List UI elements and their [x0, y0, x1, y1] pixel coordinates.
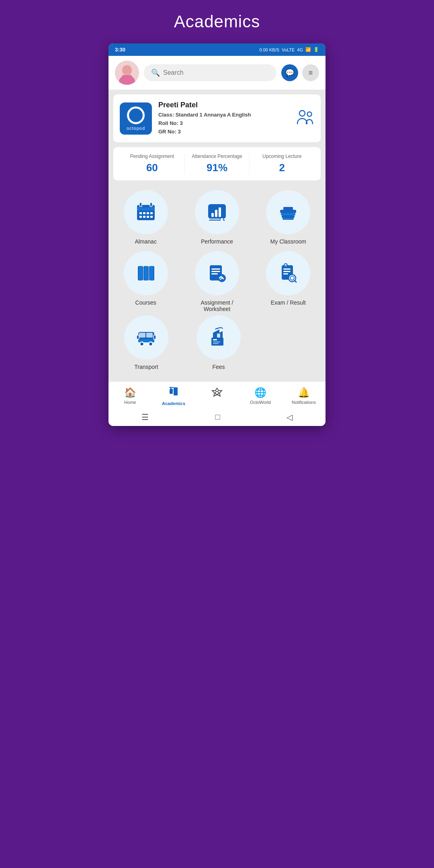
- academics-icon: [168, 386, 179, 399]
- svg-text:+: +: [216, 392, 218, 396]
- svg-rect-33: [150, 266, 154, 280]
- assignment-worksheet-item[interactable]: Assignment /Worksheet: [184, 251, 249, 312]
- nav-notifications[interactable]: 🔔 Notifications: [282, 387, 326, 405]
- stat-attendance-value: 91%: [185, 162, 250, 174]
- gr-value: 3: [178, 129, 180, 135]
- search-input[interactable]: [163, 69, 269, 76]
- svg-rect-20: [215, 210, 217, 217]
- svg-rect-35: [211, 268, 220, 270]
- svg-rect-54: [154, 335, 156, 339]
- svg-line-45: [295, 280, 296, 282]
- nav-academics[interactable]: Academics: [152, 386, 195, 406]
- assignment-worksheet-label: Assignment /Worksheet: [201, 299, 233, 312]
- nav-home[interactable]: 🏠 Home: [108, 387, 152, 405]
- sys-home-btn[interactable]: □: [215, 412, 220, 422]
- grid-section: Almanac Performance: [108, 185, 326, 375]
- exam-result-icon-circle: [266, 251, 310, 295]
- stat-upcoming-label: Upcoming Lecture: [250, 154, 314, 159]
- svg-rect-23: [280, 210, 296, 213]
- status-battery: 🔋: [313, 47, 319, 52]
- svg-rect-26: [283, 218, 294, 220]
- family-icon: [297, 109, 314, 128]
- almanac-label: Almanac: [135, 238, 156, 245]
- svg-rect-19: [211, 213, 214, 217]
- svg-rect-57: [213, 342, 220, 342]
- courses-item[interactable]: Courses: [113, 251, 178, 312]
- svg-rect-41: [283, 271, 291, 272]
- search-icon: 🔍: [151, 68, 160, 77]
- octopod-logo: octopod: [120, 102, 152, 135]
- roll-value: 3: [180, 120, 182, 126]
- stat-pending-value: 60: [120, 162, 184, 174]
- svg-rect-16: [147, 216, 149, 218]
- my-classroom-item[interactable]: My Classroom: [256, 190, 321, 245]
- chat-button[interactable]: 💬: [281, 64, 298, 81]
- svg-rect-12: [147, 212, 149, 214]
- bottom-nav: 🏠 Home Academics +: [108, 381, 326, 408]
- system-nav: ☰ □ ◁: [108, 408, 326, 426]
- svg-rect-31: [144, 266, 148, 280]
- stat-pending-assignment[interactable]: Pending Assignment 60: [120, 154, 184, 174]
- almanac-icon-circle: [124, 190, 168, 234]
- status-sim: VoLTE: [282, 47, 295, 52]
- exam-result-item[interactable]: Exam / Result: [256, 251, 321, 312]
- roll-label: Roll No:: [158, 120, 178, 126]
- status-4g: 4G: [297, 47, 303, 52]
- stat-upcoming-value: 2: [250, 162, 314, 174]
- svg-rect-59: [217, 334, 220, 338]
- svg-rect-29: [139, 266, 142, 280]
- transport-item[interactable]: Transport: [113, 315, 179, 370]
- svg-rect-48: [139, 333, 145, 338]
- user-avatar[interactable]: [115, 61, 139, 85]
- svg-rect-17: [150, 216, 153, 218]
- home-icon: 🏠: [124, 387, 136, 398]
- profile-roll: Roll No: 3: [158, 119, 290, 128]
- sys-menu-btn[interactable]: ☰: [141, 412, 149, 422]
- svg-rect-7: [137, 207, 155, 211]
- header-icons: 💬 ≡: [281, 64, 319, 81]
- center-octo-icon: +: [211, 387, 223, 403]
- sys-back-btn[interactable]: ◁: [287, 412, 293, 422]
- performance-label: Performance: [201, 238, 233, 245]
- status-bar: 3:30 0.00 KB/S VoLTE 4G 📶 🔋: [108, 43, 326, 56]
- courses-label: Courses: [135, 299, 156, 306]
- status-network: 0.00 KB/S: [260, 47, 280, 52]
- svg-rect-40: [283, 268, 291, 270]
- stat-upcoming[interactable]: Upcoming Lecture 2: [249, 154, 314, 174]
- svg-point-52: [149, 342, 153, 346]
- menu-button[interactable]: ≡: [302, 64, 319, 81]
- almanac-item[interactable]: Almanac: [113, 190, 178, 245]
- profile-class: Class: Standard 1 Annanya A English: [158, 111, 290, 119]
- fees-item[interactable]: Fees: [186, 315, 252, 370]
- search-bar[interactable]: 🔍: [144, 64, 276, 81]
- svg-rect-8: [139, 203, 142, 207]
- transport-icon-circle: [124, 315, 168, 360]
- svg-rect-49: [146, 333, 153, 338]
- svg-rect-24: [281, 213, 295, 215]
- class-value: Standard 1 Annanya A English: [176, 112, 251, 118]
- nav-center-octo[interactable]: +: [195, 387, 239, 404]
- octoworld-icon: 🌐: [254, 387, 266, 398]
- status-time: 3:30: [115, 47, 125, 53]
- performance-icon-circle: [195, 190, 239, 234]
- svg-point-1: [122, 65, 132, 76]
- phone-frame: 3:30 0.00 KB/S VoLTE 4G 📶 🔋 🔍 💬 ≡: [108, 43, 326, 426]
- svg-rect-53: [137, 335, 139, 339]
- nav-academics-label: Academics: [162, 401, 185, 406]
- stat-pending-label: Pending Assignment: [120, 154, 184, 159]
- header: 🔍 💬 ≡: [108, 56, 326, 90]
- octopod-text: octopod: [127, 126, 145, 131]
- performance-item[interactable]: Performance: [184, 190, 249, 245]
- stats-row: Pending Assignment 60 Attendance Percent…: [113, 147, 321, 180]
- notifications-icon: 🔔: [298, 387, 310, 398]
- profile-card: octopod Preeti Patel Class: Standard 1 A…: [113, 94, 321, 142]
- svg-rect-56: [213, 339, 217, 340]
- stat-attendance[interactable]: Attendance Percentage 91%: [184, 154, 250, 174]
- courses-icon-circle: [124, 251, 168, 295]
- svg-rect-11: [143, 212, 145, 214]
- fees-icon-circle: [197, 315, 241, 360]
- assignment-icon-circle: [195, 251, 239, 295]
- profile-info: Preeti Patel Class: Standard 1 Annanya A…: [158, 101, 290, 136]
- my-classroom-label: My Classroom: [270, 238, 306, 245]
- nav-octoworld[interactable]: 🌐 OctoWorld: [239, 387, 282, 405]
